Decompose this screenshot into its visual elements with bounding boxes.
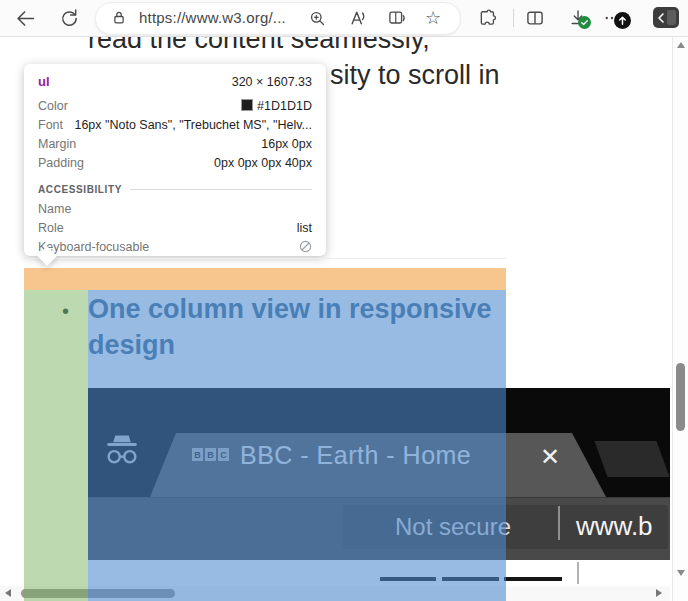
vertical-scrollbar[interactable]: [672, 36, 688, 601]
content-divider-line: [577, 562, 579, 584]
page-text-line2-fragment: sity to scroll in: [330, 60, 500, 91]
devtools-margin-overlay: [24, 268, 506, 290]
read-aloud-icon: [348, 8, 368, 28]
incognito-icon: [102, 430, 142, 470]
immersive-reader-button[interactable]: [383, 4, 411, 32]
url-text[interactable]: https://www.w3.org/...: [139, 9, 286, 26]
favorites-button[interactable]: ☆: [419, 4, 447, 32]
update-available-badge: [614, 12, 631, 29]
refresh-icon: [59, 8, 79, 28]
font-value: 16px "Noto Sans", "Trebuchet MS", "Helv.…: [74, 118, 312, 132]
font-label: Font: [38, 118, 63, 132]
browser-window: read the content seamlessly, sity to scr…: [0, 0, 688, 601]
favicon-block: C: [218, 448, 229, 461]
back-icon: [15, 8, 36, 29]
name-label: Name: [38, 202, 71, 216]
read-aloud-button[interactable]: [344, 4, 372, 32]
immersive-reader-icon: [387, 8, 407, 28]
split-screen-button[interactable]: [521, 4, 549, 32]
back-button[interactable]: [11, 4, 39, 32]
accessibility-section-label: ACCESSIBILITY: [38, 184, 122, 195]
devtools-padding-overlay: [24, 290, 88, 601]
up-arrow-icon: [617, 15, 628, 26]
sidebar-panel-shape: [667, 10, 676, 25]
bbc-favicon: B B C: [192, 448, 229, 461]
scroll-left-arrow[interactable]: [5, 589, 11, 597]
padding-value: 0px 0px 0px 40px: [214, 156, 312, 170]
accessibility-section-line: [130, 189, 312, 190]
not-focusable-icon: [299, 240, 312, 253]
role-label: Role: [38, 221, 64, 235]
mobile-url-text: www.b: [576, 511, 653, 542]
bullet-marker: •: [62, 293, 69, 329]
lock-icon: [110, 9, 128, 27]
scroll-down-arrow[interactable]: [677, 570, 685, 576]
refresh-button[interactable]: [55, 4, 83, 32]
mobile-tab-title: BBC - Earth - Home: [240, 441, 471, 470]
mobile-background-tab: [594, 441, 669, 477]
favicon-block: B: [192, 448, 203, 461]
vertical-scrollbar-thumb[interactable]: [676, 363, 685, 431]
address-divider: [558, 506, 560, 540]
color-swatch: [241, 99, 253, 111]
browser-toolbar: https://www.w3.org/... ☆: [0, 0, 688, 37]
padding-label: Padding: [38, 156, 84, 170]
keyboard-focusable-label: Keyboard-focusable: [38, 240, 149, 254]
scroll-right-arrow[interactable]: [656, 589, 662, 597]
not-secure-label: Not secure: [395, 513, 511, 541]
zoom-button[interactable]: [303, 4, 331, 32]
element-tag: ul: [38, 74, 50, 89]
element-dimensions: 320 × 1607.33: [232, 75, 312, 89]
devtools-element-tooltip: ul 320 × 1607.33 Color #1D1D1D Font 16px…: [24, 64, 326, 256]
content-dash: [442, 577, 499, 581]
star-icon: ☆: [425, 9, 441, 27]
bbc-mobile-screenshot-image: B B C BBC - Earth - Home ✕: [88, 388, 670, 601]
extensions-icon: [478, 8, 498, 28]
content-dash: [380, 577, 436, 581]
favicon-block: B: [205, 448, 216, 461]
page-divider-line: [24, 258, 506, 259]
split-screen-icon: [525, 8, 545, 28]
color-label: Color: [38, 99, 68, 113]
content-dash: [504, 577, 562, 581]
mobile-toolbar: Not secure www.b: [88, 497, 670, 561]
margin-label: Margin: [38, 137, 76, 151]
zoom-in-icon: [308, 9, 327, 28]
mobile-tab-close-icon: ✕: [540, 443, 560, 471]
scroll-up-arrow[interactable]: [677, 42, 685, 48]
check-icon: [580, 18, 589, 27]
extensions-button[interactable]: [474, 4, 502, 32]
role-value: list: [297, 221, 312, 235]
sidebar-arrow-icon: [654, 11, 668, 25]
sidebar-toggle-button[interactable]: [653, 7, 679, 28]
horizontal-scrollbar[interactable]: [0, 586, 670, 601]
toolbar-divider: [513, 9, 514, 27]
color-value: #1D1D1D: [257, 99, 312, 113]
horizontal-scrollbar-thumb[interactable]: [21, 589, 175, 598]
list-item-text: One column view in responsive design: [88, 294, 492, 360]
margin-value: 16px 0px: [261, 137, 312, 151]
list-item-one-column: • One column view in responsive design: [88, 291, 492, 363]
download-complete-badge: [578, 16, 591, 29]
